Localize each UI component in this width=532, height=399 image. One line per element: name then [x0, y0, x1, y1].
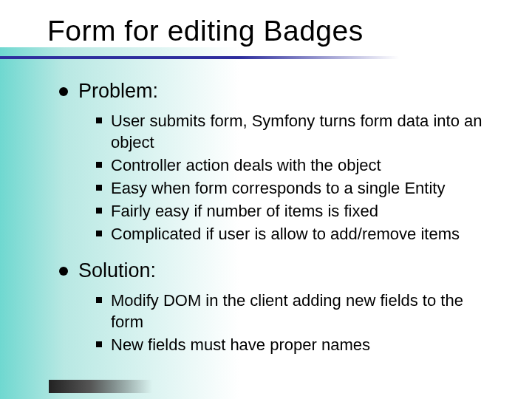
list-item: User submits form, Symfony turns form da…	[96, 110, 495, 153]
section-label: Solution:	[78, 259, 156, 282]
list-item: Modify DOM in the client adding new fiel…	[96, 290, 495, 332]
list-item-text: Easy when form corresponds to a single E…	[111, 177, 445, 199]
slide-title: Form for editing Badges	[47, 15, 532, 47]
list-item: Complicated if user is allow to add/remo…	[96, 223, 495, 245]
bullet-square-icon	[96, 208, 102, 214]
footer-decoration	[49, 380, 152, 393]
list-item-text: New fields must have proper names	[111, 334, 370, 355]
list-item: Controller action deals with the object	[96, 154, 495, 176]
list-item-text: Complicated if user is allow to add/remo…	[111, 223, 460, 245]
slide-content: Problem: User submits form, Symfony turn…	[0, 59, 532, 370]
section-list: Modify DOM in the client adding new fiel…	[59, 287, 495, 370]
list-item-text: Modify DOM in the client adding new fiel…	[111, 290, 495, 332]
title-area: Form for editing Badges	[0, 0, 532, 47]
bullet-square-icon	[96, 117, 102, 123]
bullet-disc-icon	[59, 87, 68, 96]
bullet-square-icon	[96, 231, 102, 236]
section-heading: Problem:	[59, 80, 495, 103]
bullet-square-icon	[96, 297, 102, 303]
bullet-square-icon	[96, 185, 102, 191]
list-item-text: User submits form, Symfony turns form da…	[111, 110, 495, 153]
bullet-square-icon	[96, 162, 102, 168]
list-item: Easy when form corresponds to a single E…	[96, 177, 495, 199]
bullet-disc-icon	[59, 267, 68, 276]
list-item: Fairly easy if number of items is fixed	[96, 200, 495, 222]
list-item-text: Fairly easy if number of items is fixed	[111, 200, 378, 222]
list-item-text: Controller action deals with the object	[111, 154, 381, 176]
slide: Form for editing Badges Problem: User su…	[0, 0, 532, 399]
list-item: New fields must have proper names	[96, 334, 495, 355]
section-heading: Solution:	[59, 259, 495, 282]
section-label: Problem:	[78, 80, 158, 103]
bullet-square-icon	[96, 341, 102, 347]
section-list: User submits form, Symfony turns form da…	[59, 107, 495, 259]
